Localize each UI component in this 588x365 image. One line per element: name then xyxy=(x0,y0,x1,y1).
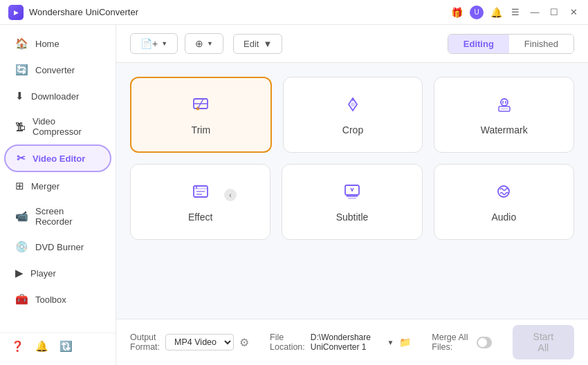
converter-icon: 🔄 xyxy=(15,64,28,76)
toolbar: 📄+ ▼ ⊕ ▼ Edit ▼ Editing Finished xyxy=(116,25,588,63)
tab-editing[interactable]: Editing xyxy=(448,35,509,53)
sidebar-item-home[interactable]: 🏠 Home xyxy=(4,31,111,56)
subtitle-icon xyxy=(342,182,362,206)
cards-row-2: Effect Subtitle xyxy=(130,164,574,240)
compressor-icon: 🗜 xyxy=(15,121,26,133)
merger-icon: ⊞ xyxy=(15,180,24,192)
card-crop[interactable]: Crop xyxy=(283,77,423,153)
title-bar: Wondershare UniConverter 🎁 U 🔔 ☰ — ☐ ✕ xyxy=(0,0,588,25)
file-location-label: File Location: xyxy=(270,333,305,352)
sidebar-item-toolbox[interactable]: 🧰 Toolbox xyxy=(4,287,111,312)
hamburger-icon[interactable]: ☰ xyxy=(509,6,522,19)
card-audio[interactable]: Audio xyxy=(434,164,574,240)
app-icon xyxy=(8,5,24,20)
sidebar-label-video-editor: Video Editor xyxy=(33,153,85,164)
file-location-chevron[interactable]: ▼ xyxy=(387,339,394,346)
minimize-button[interactable]: — xyxy=(529,6,541,19)
sidebar-item-converter[interactable]: 🔄 Converter xyxy=(4,57,111,82)
output-format-field: Output Format: MP4 Video AVI MOV MKV ⚙ xyxy=(130,333,249,352)
card-label-trim: Trim xyxy=(192,124,210,135)
main-content: 📄+ ▼ ⊕ ▼ Edit ▼ Editing Finished xyxy=(116,25,588,365)
card-watermark[interactable]: Watermark xyxy=(434,77,574,153)
sidebar-label-downloader: Downloader xyxy=(31,91,79,102)
sidebar: 🏠 Home 🔄 Converter ⬇ Downloader 🗜 Video … xyxy=(0,25,116,365)
add-files-button[interactable]: 📄+ ▼ xyxy=(130,33,178,54)
sidebar-item-dvd-burner[interactable]: 💿 DVD Burner xyxy=(4,234,111,259)
card-label-crop: Crop xyxy=(342,124,363,135)
gift-icon[interactable]: 🎁 xyxy=(451,7,463,18)
maximize-button[interactable]: ☐ xyxy=(548,6,560,19)
format-settings-icon[interactable]: ⚙ xyxy=(239,336,249,349)
cards-row-1: Trim Crop xyxy=(130,77,574,153)
output-format-select[interactable]: MP4 Video AVI MOV MKV xyxy=(165,334,234,350)
tab-group: Editing Finished xyxy=(448,34,574,54)
user-avatar[interactable]: U xyxy=(470,6,484,19)
edit-label: Edit xyxy=(244,39,259,49)
toolbox-icon: 🧰 xyxy=(15,293,28,306)
audio-icon xyxy=(494,182,513,206)
merge-all-label: Merge All Files: xyxy=(432,333,471,352)
folder-icon[interactable]: 📁 xyxy=(399,337,411,348)
main-layout: 🏠 Home 🔄 Converter ⬇ Downloader 🗜 Video … xyxy=(0,25,588,365)
video-editor-icon: ✂ xyxy=(17,152,26,165)
screen-recorder-icon: 📹 xyxy=(15,210,28,223)
watermark-icon xyxy=(495,95,514,119)
svg-point-6 xyxy=(351,102,355,106)
sidebar-label-toolbox: Toolbox xyxy=(35,294,66,305)
sidebar-label-merger: Merger xyxy=(31,181,59,191)
sidebar-label-dvd-burner: DVD Burner xyxy=(35,242,84,252)
sidebar-label-video-compressor: Video Compressor xyxy=(33,116,100,137)
add-icon: 📄+ xyxy=(140,38,158,49)
close-button[interactable]: ✕ xyxy=(567,6,580,19)
downloader-icon: ⬇ xyxy=(15,90,24,102)
card-trim[interactable]: Trim xyxy=(130,77,272,153)
svg-point-20 xyxy=(498,186,509,197)
merge-all-section: Merge All Files: xyxy=(432,333,491,352)
sidebar-item-video-compressor[interactable]: 🗜 Video Compressor xyxy=(4,110,111,143)
svg-point-7 xyxy=(501,99,508,106)
card-label-subtitle: Subtitle xyxy=(336,212,369,223)
sidebar-label-home: Home xyxy=(35,39,59,49)
player-icon: ▶ xyxy=(15,267,24,279)
sidebar-label-screen-recorder: Screen Recorder xyxy=(35,206,100,227)
feedback-icon[interactable]: 🔃 xyxy=(59,340,73,353)
help-icon[interactable]: ❓ xyxy=(11,340,24,353)
sidebar-item-player[interactable]: ▶ Player xyxy=(4,261,111,286)
edit-dropdown[interactable]: Edit ▼ xyxy=(233,34,282,54)
title-bar-right: 🎁 U 🔔 ☰ — ☐ ✕ xyxy=(451,6,580,19)
card-subtitle[interactable]: Subtitle xyxy=(282,164,422,240)
merge-all-toggle[interactable] xyxy=(477,337,491,348)
device-chevron: ▼ xyxy=(207,40,213,47)
device-icon: ⊕ xyxy=(195,38,203,49)
home-icon: 🏠 xyxy=(15,37,28,50)
card-effect[interactable]: Effect xyxy=(130,164,270,240)
add-chevron: ▼ xyxy=(161,40,167,47)
file-location-field: File Location: D:\Wondershare UniConvert… xyxy=(270,333,411,352)
bell-icon[interactable]: 🔔 xyxy=(490,7,502,18)
notification-icon[interactable]: 🔔 xyxy=(35,340,48,353)
sidebar-label-converter: Converter xyxy=(35,65,75,75)
start-all-button[interactable]: Start All xyxy=(513,325,574,359)
sidebar-item-downloader[interactable]: ⬇ Downloader xyxy=(4,84,111,109)
sidebar-item-video-editor[interactable]: ✂ Video Editor xyxy=(4,144,111,172)
card-label-watermark: Watermark xyxy=(481,124,528,135)
title-bar-left: Wondershare UniConverter xyxy=(8,5,138,20)
trim-icon xyxy=(191,95,210,119)
sidebar-item-screen-recorder[interactable]: 📹 Screen Recorder xyxy=(4,200,111,233)
sidebar-footer: ❓ 🔔 🔃 xyxy=(0,333,116,359)
output-format-label: Output Format: xyxy=(130,333,160,352)
add-from-device-button[interactable]: ⊕ ▼ xyxy=(185,33,223,54)
bottom-bar: Output Format: MP4 Video AVI MOV MKV ⚙ F… xyxy=(116,319,588,365)
file-location-value: D:\Wondershare UniConverter 1 xyxy=(311,333,382,352)
sidebar-collapse-button[interactable]: ‹ xyxy=(224,189,237,201)
edit-chevron: ▼ xyxy=(263,39,272,49)
card-label-audio: Audio xyxy=(491,212,516,223)
crop-icon xyxy=(343,95,362,119)
cards-area: Trim Crop xyxy=(116,63,588,319)
app-title: Wondershare UniConverter xyxy=(29,7,138,17)
sidebar-label-player: Player xyxy=(30,268,56,279)
sidebar-item-merger[interactable]: ⊞ Merger xyxy=(4,174,111,198)
dvd-burner-icon: 💿 xyxy=(15,241,28,253)
effect-icon xyxy=(191,182,210,206)
tab-finished[interactable]: Finished xyxy=(509,35,573,53)
